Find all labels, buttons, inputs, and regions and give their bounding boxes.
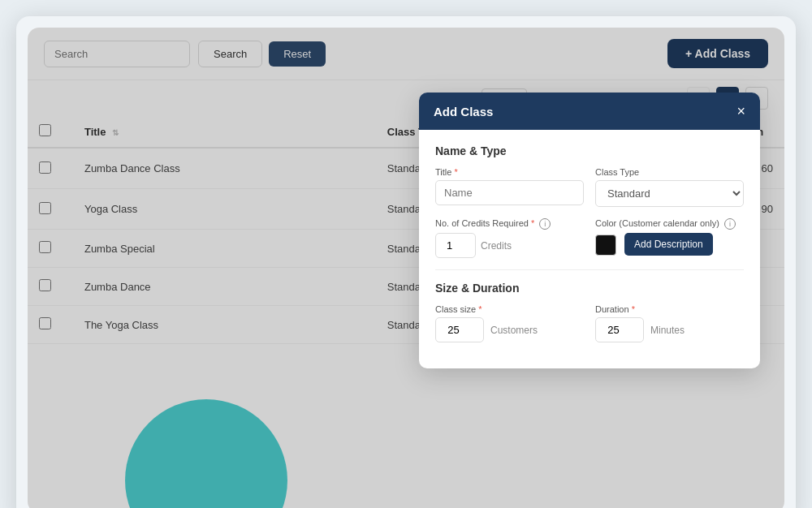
main-content: Search Reset + Add Class View 100 50 25 … [28,28,784,508]
title-label: Title * [435,167,584,177]
duration-label: Duration * [595,304,744,314]
customers-unit: Customers [490,325,538,336]
credits-unit: Credits [481,240,512,252]
credits-color-row: No. of Credits Required * i Credits [435,218,744,258]
duration-input[interactable] [595,317,644,342]
class-type-label: Class Type [595,167,744,177]
modal-close-button[interactable]: × [736,104,745,118]
color-label: Color (Customer calendar only) i [595,218,744,230]
size-duration-row: Class size * Customers Duration * [435,304,744,342]
size-inputs: Customers [435,317,584,342]
credits-required: * [531,218,534,228]
duration-group: Duration * Minutes [595,304,744,342]
title-group: Title * [435,167,584,207]
class-type-group: Class Type Standard Premium Free [595,167,744,207]
add-class-modal: Add Class × Name & Type Title * Cla [419,93,760,368]
modal-body: Name & Type Title * Class Type Standard [419,130,760,368]
duration-inputs: Minutes [595,317,744,342]
class-type-select[interactable]: Standard Premium Free [595,180,744,207]
class-size-label: Class size * [435,304,584,314]
size-required: * [478,304,482,314]
section-size-duration: Size & Duration [435,282,744,295]
credits-info-icon[interactable]: i [539,218,551,230]
add-description-button[interactable]: Add Description [624,233,713,256]
class-size-input[interactable] [435,317,484,342]
modal-overlay: Add Class × Name & Type Title * Cla [28,28,784,508]
app-container: Search Reset + Add Class View 100 50 25 … [16,16,796,508]
minutes-unit: Minutes [650,325,685,336]
section-name-type: Name & Type [435,144,744,157]
modal-header: Add Class × [419,93,760,130]
class-size-group: Class size * Customers [435,304,584,342]
modal-title: Add Class [434,105,493,118]
title-input[interactable] [435,180,584,205]
modal-divider [435,269,744,270]
title-required: * [454,167,457,177]
credits-label: No. of Credits Required * i [435,218,584,230]
color-row: Add Description [595,233,744,256]
duration-required: * [632,304,635,314]
name-type-row: Title * Class Type Standard Premium Free [435,167,744,207]
credits-row: Credits [435,233,584,258]
credits-group: No. of Credits Required * i Credits [435,218,584,258]
color-swatch[interactable] [595,235,616,256]
color-info-icon[interactable]: i [724,218,736,230]
color-group: Color (Customer calendar only) i Add Des… [595,218,744,258]
credits-input[interactable] [435,233,476,258]
